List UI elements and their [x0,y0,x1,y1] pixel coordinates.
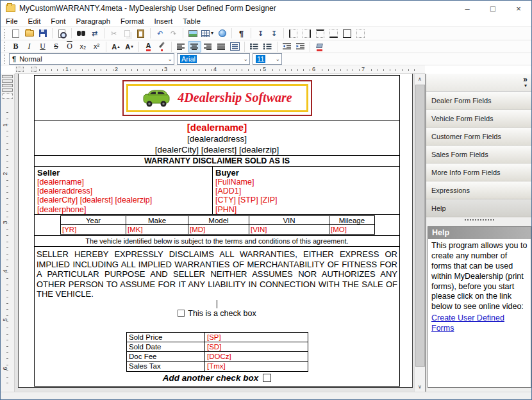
font-combo[interactable]: Arial ⌄ [177,53,250,65]
shrink-font-button[interactable]: A▾ [122,41,136,53]
dealership-logo-banner[interactable]: 4Dealership Software [122,80,312,116]
table-row: Sales Tax [Tmx] [127,362,308,371]
border-left-button[interactable] [287,28,300,39]
align-right-button[interactable] [201,41,215,53]
left-margin-marker[interactable] [16,67,24,72]
border-all-button[interactable] [340,28,354,39]
numbered-list-button[interactable] [261,41,274,53]
vehicle-col-header: Year [61,216,126,225]
scroll-up-icon[interactable]: ∧ [415,74,425,84]
sidebar-button-help[interactable]: Help [426,199,532,217]
document-page[interactable]: 4Dealership Software [dealername] [deale… [18,74,413,388]
sidebar-button-expressions[interactable]: Expressions [426,181,532,199]
undo-button[interactable]: ↶ [153,28,167,39]
scroll-down-icon[interactable]: ∨ [415,381,425,392]
hyperlink-button[interactable] [215,28,229,39]
sold-table: Sold Price [SP] Sold Date [SD] Doc Fee [… [126,332,308,372]
menu-edit[interactable]: Edit [23,17,46,26]
vehicle-field-value: [VIN] [249,225,329,234]
ruler-number: 6 [311,66,317,72]
dealer-header-row: [dealername] [dealeraddress] [dealerCity… [35,121,399,156]
form-checkbox[interactable] [263,374,271,382]
justify-button[interactable] [215,41,228,53]
underline-button[interactable]: U [36,41,49,53]
indent-marker[interactable] [31,67,37,72]
new-document-button[interactable] [9,28,22,39]
decrease-indent-button[interactable] [280,41,294,53]
form-checkbox[interactable] [178,310,185,317]
italic-button[interactable]: I [22,41,36,53]
sidebar-button-more-info-form-fields[interactable]: More Info Form Fields [426,163,532,181]
border-left-icon [289,29,297,38]
task-pane: » ▾ Dealer Form Fields Vehicle Form Fiel… [426,74,532,392]
sidebar-button-sales-form-fields[interactable]: Sales Form Fields [426,146,532,163]
grow-font-button[interactable]: A▴ [109,41,122,53]
scrollbar-thumb[interactable] [415,85,425,367]
insert-field-button[interactable]: ↧ [254,28,267,39]
paste-button[interactable] [134,28,147,39]
fill-color-button[interactable] [313,41,326,53]
justify-full-button[interactable] [228,41,242,53]
align-left-icon [177,43,185,50]
save-button[interactable] [36,28,49,39]
superscript-button[interactable]: x² [90,41,103,53]
bold-button[interactable]: B [9,41,22,53]
minimize-button[interactable]: – [454,1,480,16]
increase-indent-button[interactable] [294,41,307,53]
menu-format[interactable]: Format [115,17,149,26]
ruler-number: 4 [2,269,8,272]
cut-button[interactable]: ✂ [107,28,121,39]
insert-table-button[interactable]: ▾ [199,28,215,39]
menu-file[interactable]: File [1,17,23,26]
toolbar-grip[interactable] [4,29,6,38]
style-combo[interactable]: ¶ Normal ⌄ [9,53,174,65]
vehicle-table: Year Make Model VIN Mileage [YR] [MK] [M… [60,215,375,235]
ruler-number: 1 [64,66,70,72]
print-preview-button[interactable] [55,28,69,39]
menu-font[interactable]: Font [46,17,71,26]
document-canvas[interactable]: 4Dealership Software [dealername] [deale… [15,74,414,392]
border-top-button[interactable] [313,28,327,39]
page-map[interactable] [2,75,13,99]
show-formatting-button[interactable]: ¶ [235,28,248,39]
subscript-button[interactable]: x₂ [76,41,90,53]
help-video-link[interactable]: Create User Defined Forms [431,313,528,334]
toolbar-grip[interactable] [4,54,6,64]
menu-insert[interactable]: Insert [149,17,178,26]
sidebar-button-customer-form-fields[interactable]: Customer Form Fields [426,128,532,146]
insert-field-alt-button[interactable]: ↧ [267,28,281,39]
border-right-button[interactable] [300,28,313,39]
toolbar-grip[interactable] [4,42,6,51]
menu-paragraph[interactable]: Paragraph [71,17,115,26]
buyer-column: Buyer [FullName] [ADD1] [CTY] [STP] [ZIP… [212,167,399,214]
border-none-button[interactable] [354,28,367,39]
align-center-button[interactable] [188,41,201,53]
font-size-combo[interactable]: 11 ⌄ [253,53,282,65]
vertical-scrollbar[interactable]: ∧ ∨ [414,74,425,392]
insert-field-alt-icon: ↧ [271,30,277,37]
close-button[interactable]: × [506,1,531,16]
strikethrough-button[interactable]: S [49,41,63,53]
highlight-button[interactable] [155,41,169,53]
redo-button[interactable]: ↷ [167,28,180,39]
border-bottom-button[interactable] [327,28,340,39]
maximize-button[interactable]: □ [480,1,506,16]
align-left-button[interactable] [174,41,188,53]
menu-table[interactable]: Table [178,17,206,26]
chevron-down-icon[interactable]: ▾ [524,83,527,88]
find-button[interactable] [74,28,88,39]
insert-image-button[interactable] [186,28,199,39]
form-body-row: SELLER HEREBY EXPRESSLY DISCLAIMS ALL WA… [35,249,399,386]
font-color-button[interactable]: A [142,41,155,53]
align-center-icon [190,43,199,50]
brand-text: 4Dealership Software [178,90,292,105]
overline-button[interactable]: O [63,41,76,53]
ruler-number: 5 [262,66,267,72]
panel-splitter-handle[interactable] [426,217,532,222]
copy-button[interactable] [121,28,134,39]
bullet-list-button[interactable] [247,41,261,53]
sidebar-button-vehicle-form-fields[interactable]: Vehicle Form Fields [426,110,532,128]
replace-button[interactable]: ⇄ [88,28,101,39]
sidebar-button-dealer-form-fields[interactable]: Dealer Form Fields [426,92,532,110]
open-button[interactable] [22,28,36,39]
